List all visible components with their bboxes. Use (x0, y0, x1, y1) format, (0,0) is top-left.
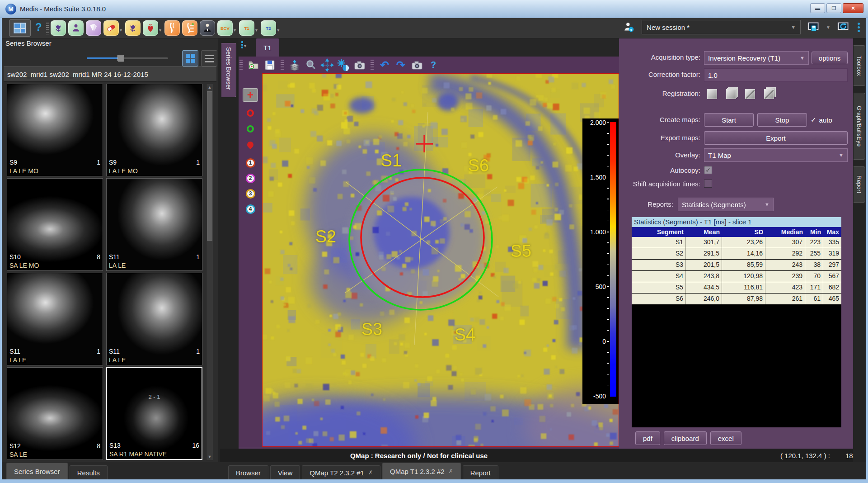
clipboard-export-button[interactable]: clipboard (664, 431, 707, 445)
series-thumbnail[interactable]: S128SA LE (7, 367, 103, 460)
t1-map-image[interactable]: S1S2S3S4S5S6 2.0001.5001.0005000-500 (262, 73, 619, 447)
table-row[interactable]: S2291,514,16292255319 (632, 248, 841, 259)
close-tab-icon[interactable]: ✗ (449, 468, 453, 474)
vessel-orange-app-icon[interactable] (164, 20, 180, 36)
dropdown-arrow-icon[interactable]: ▾ (255, 28, 258, 33)
pin-marker-tool[interactable] (243, 138, 258, 152)
tab-qmap-t2-2-3-2-1[interactable]: QMap T2 2.3.2 #1✗ (302, 465, 380, 479)
switch-user-icon[interactable]: x (622, 21, 636, 33)
series-scrollbar[interactable]: ▲ ▼ (206, 84, 213, 460)
table-row[interactable]: S5434,5116,81423171682 (632, 282, 841, 293)
list-view-button[interactable] (201, 50, 217, 66)
window-level-icon[interactable] (337, 59, 350, 71)
point-2-tool[interactable]: 2 (243, 171, 258, 185)
zoom-icon[interactable] (304, 59, 318, 71)
minimize-button[interactable]: ▬ (810, 3, 825, 13)
series-thumbnail[interactable]: S111LA LE (106, 178, 202, 271)
registration-stack-button[interactable] (723, 86, 739, 102)
series-thumbnail[interactable]: 2 - 1S1316SA R1 MAP NATIVE (106, 367, 202, 460)
dropdown-arrow-icon[interactable]: ▾ (277, 28, 279, 33)
tab-handle-icon[interactable]: ▾ (241, 41, 246, 48)
help-icon[interactable]: ? (35, 21, 42, 33)
table-row[interactable]: S4243,8120,9823970567 (632, 271, 841, 282)
shift-times-checkbox[interactable] (704, 180, 712, 188)
series-thumbnail[interactable]: S111LA LE (7, 273, 103, 365)
viewer-help-icon[interactable]: ? (427, 59, 440, 71)
marker-cross-tool[interactable]: + (243, 88, 258, 102)
session-dropdown[interactable]: New session * ▼ (642, 20, 801, 34)
start-button[interactable]: Start (704, 113, 754, 127)
maximize-button[interactable]: ❐ (826, 3, 841, 13)
tulip-yellow-app-icon[interactable] (125, 20, 141, 36)
person-green-app-icon[interactable] (68, 20, 84, 36)
slider-handle[interactable] (117, 55, 124, 62)
dropdown-arrow-icon[interactable]: ▾ (120, 28, 122, 33)
red-contour-tool[interactable] (243, 106, 258, 120)
series-thumbnail[interactable]: S111LA LE (106, 273, 202, 365)
correction-factor-input[interactable]: 1.0 (704, 68, 848, 82)
capsule-yellow-app-icon[interactable] (103, 20, 119, 36)
snapshot-icon[interactable] (353, 59, 366, 71)
scroll-up-icon[interactable]: ▲ (206, 84, 213, 90)
layers-icon[interactable] (288, 59, 301, 71)
layout-button[interactable] (9, 19, 31, 37)
stop-button[interactable]: Stop (757, 113, 807, 127)
tab-qmap-t1-2-3-2-2[interactable]: QMap T1 2.3.2 #2✗ (382, 463, 461, 479)
pan-icon[interactable] (320, 59, 334, 71)
t2-app-icon[interactable]: T2 (261, 20, 276, 36)
grid-view-button[interactable] (182, 50, 198, 66)
overlay-dropdown[interactable]: T1 Map ▼ (704, 148, 848, 162)
point-4-tool[interactable]: 4 (243, 202, 258, 216)
registration-none-button[interactable] (704, 86, 720, 102)
close-button[interactable]: ✕ (843, 3, 863, 13)
point-3-tool[interactable]: 3 (243, 187, 258, 200)
excel-export-button[interactable]: excel (710, 431, 741, 445)
scroll-down-icon[interactable]: ▼ (206, 454, 213, 460)
open-folder-icon[interactable] (247, 59, 260, 71)
green-contour-tool[interactable] (243, 122, 258, 136)
redo-icon[interactable]: ↷ (394, 59, 408, 71)
point-1-tool[interactable]: 1 (243, 156, 258, 170)
reports-dropdown[interactable]: Statistics (Segments) ▼ (678, 198, 774, 211)
overflow-menu-icon[interactable] (856, 22, 862, 33)
t1-app-icon[interactable]: T1 (239, 20, 254, 36)
series-browser-vertical-tab[interactable]: Series Browser (221, 43, 236, 97)
tab-view[interactable]: View (270, 465, 300, 479)
save-session-icon[interactable] (807, 21, 820, 33)
table-row[interactable]: S3201,585,5924338297 (632, 260, 841, 270)
dropdown-arrow-icon[interactable]: ▾ (234, 28, 236, 33)
scrollbar-handle[interactable] (207, 91, 212, 241)
save-icon[interactable] (263, 59, 277, 71)
patient-bar[interactable]: sw202_mrid1 sw202_mrid1 MR 24 16-12-2015 (4, 66, 216, 82)
tab-report[interactable]: Report (463, 465, 498, 479)
undo-icon[interactable]: ↶ (378, 59, 391, 71)
series-thumbnail[interactable]: S108SA LE MO (7, 178, 103, 271)
vertical-tab-report[interactable]: Report (854, 166, 865, 203)
registration-diagonal-button[interactable] (742, 86, 758, 102)
camera-icon[interactable] (410, 59, 424, 71)
suit-person-app-icon[interactable] (200, 20, 215, 36)
ecv-app-icon[interactable]: ECV (217, 20, 233, 36)
tab-series-browser[interactable]: Series Browser (6, 463, 68, 479)
series-thumbnail[interactable]: S91LA LE MO (106, 84, 202, 176)
export-button[interactable]: Export (704, 131, 848, 145)
close-tab-icon[interactable]: ✗ (368, 469, 373, 476)
series-thumbnail[interactable]: S91LA LE MO (7, 84, 103, 176)
registration-stack-diagonal-button[interactable] (761, 86, 777, 102)
options-button[interactable]: options (812, 52, 848, 64)
tulip-green-app-icon[interactable] (51, 20, 66, 36)
tab-t1[interactable]: T1 (256, 38, 279, 57)
reset-layout-icon[interactable] (836, 21, 850, 33)
vessel-stripes-orange-app-icon[interactable] (182, 20, 197, 36)
table-row[interactable]: S1301,723,26307223335 (632, 237, 841, 248)
fan-purple-app-icon[interactable] (86, 20, 101, 36)
tab-browser[interactable]: Browser (228, 465, 268, 479)
vertical-tab-toolbox[interactable]: Toolbox (854, 45, 865, 86)
autocopy-checkbox[interactable]: ✓ (704, 166, 712, 174)
auto-checkbox[interactable]: ✓ auto (811, 116, 832, 124)
pdf-export-button[interactable]: pdf (635, 431, 660, 445)
chevron-down-icon[interactable]: ▼ (826, 25, 830, 30)
thumbnail-size-slider[interactable] (87, 57, 168, 59)
tab-results[interactable]: Results (70, 465, 108, 479)
acquisition-type-dropdown[interactable]: Inversion Recovery (T1) ▼ (704, 51, 809, 65)
